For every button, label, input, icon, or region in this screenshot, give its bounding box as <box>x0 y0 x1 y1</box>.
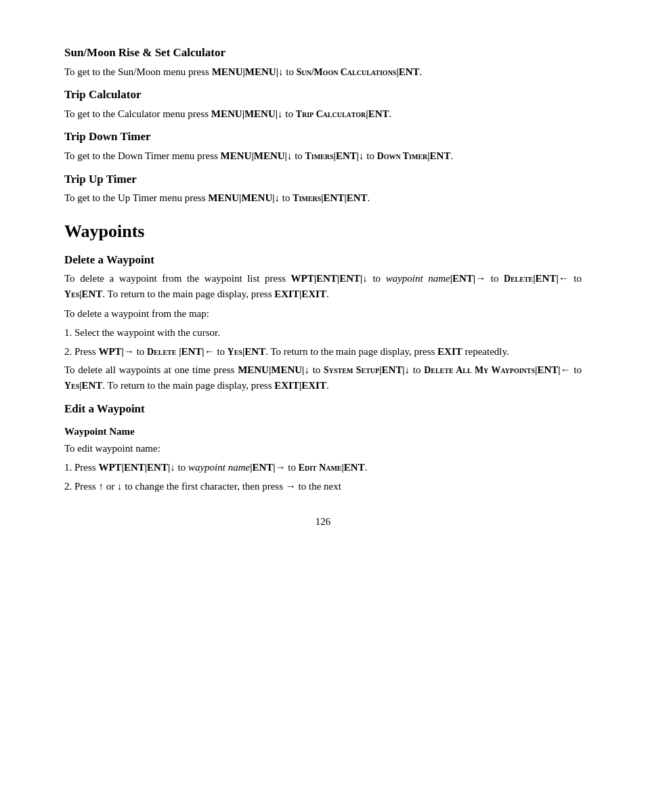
trip-up-timer-body: To get to the Up Timer menu press MENU|M… <box>64 190 582 206</box>
delete-waypoint-from-map-intro: To delete a waypoint from the map: <box>64 306 582 322</box>
trip-down-timer-body: To get to the Down Timer menu press MENU… <box>64 148 582 164</box>
trip-calculator-body: To get to the Calculator menu press MENU… <box>64 106 582 122</box>
page: Sun/Moon Rise & Set Calculator To get to… <box>0 0 646 812</box>
trip-up-timer-heading: Trip Up Timer <box>64 171 582 188</box>
edit-name-step2: 2. Press or to change the first characte… <box>64 479 582 494</box>
edit-waypoint-heading: Edit a Waypoint <box>64 400 582 418</box>
delete-waypoint-heading: Delete a Waypoint <box>64 251 582 269</box>
trip-calculator-heading: Trip Calculator <box>64 86 582 104</box>
delete-waypoint-step1: 1. Select the waypoint with the cursor. <box>64 325 582 341</box>
delete-waypoint-step2: 2. Press WPT| to Delete |ENT| to Yes|ENT… <box>64 344 582 360</box>
trip-down-timer-heading: Trip Down Timer <box>64 128 582 146</box>
waypoints-heading: Waypoints <box>64 218 582 244</box>
sunmoon-body: To get to the Sun/Moon menu press MENU|M… <box>64 64 582 80</box>
delete-all-waypoints-body: To delete all waypoints at one time pres… <box>64 362 582 393</box>
delete-waypoint-body1: To delete a waypoint from the waypoint l… <box>64 271 582 301</box>
edit-name-step1: 1. Press WPT|ENT|ENT| to waypoint name|E… <box>64 460 582 475</box>
page-number: 126 <box>64 514 582 530</box>
to-edit-waypoint-name: To edit waypoint name: <box>64 441 582 456</box>
sunmoon-heading: Sun/Moon Rise & Set Calculator <box>64 44 582 62</box>
waypoint-name-subheading: Waypoint Name <box>64 424 582 440</box>
